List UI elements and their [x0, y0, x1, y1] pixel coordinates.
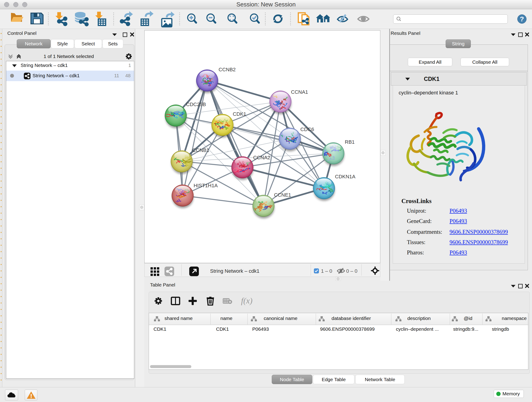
- svg-text:HIST1H1A: HIST1H1A: [194, 183, 218, 188]
- svg-text:CDK1: CDK1: [233, 111, 246, 117]
- svg-text:CCNA2: CCNA2: [253, 155, 270, 160]
- svg-text:CCNB1: CCNB1: [192, 147, 209, 153]
- svg-text:CDKN1A: CDKN1A: [335, 174, 355, 179]
- svg-text:CCNB2: CCNB2: [219, 67, 236, 72]
- svg-text:CCNA1: CCNA1: [291, 89, 308, 95]
- svg-text:CDC6: CDC6: [300, 127, 314, 132]
- svg-text:f(x): f(x): [241, 296, 253, 305]
- svg-text:RB1: RB1: [345, 139, 355, 145]
- svg-text:CDC25B: CDC25B: [186, 102, 206, 107]
- svg-text:CCNE1: CCNE1: [274, 192, 291, 198]
